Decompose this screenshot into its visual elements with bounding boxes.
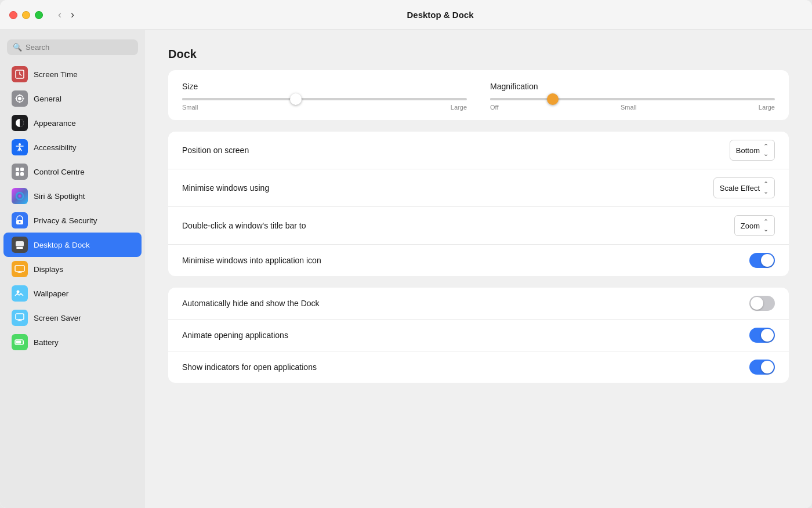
magnification-max-label: Large — [759, 104, 775, 111]
privacy-icon — [12, 212, 28, 228]
displays-label: Displays — [34, 265, 63, 274]
screen-saver-label: Screen Saver — [34, 314, 81, 322]
screen-saver-icon — [12, 310, 28, 326]
size-max-label: Large — [451, 104, 467, 111]
sidebar-item-control-centre[interactable]: Control Centre — [3, 159, 142, 184]
privacy-label: Privacy & Security — [34, 216, 97, 225]
minimise-windows-using-dropdown[interactable]: Scale Effect⌃⌄ — [713, 177, 775, 198]
svg-point-4 — [19, 143, 21, 146]
position-on-screen-dropdown[interactable]: Bottom⌃⌄ — [730, 140, 775, 161]
minimise-windows-using-label: Minimise windows using — [182, 183, 269, 193]
minimize-button[interactable] — [22, 11, 30, 19]
general-label: General — [34, 95, 61, 103]
search-input[interactable] — [26, 43, 132, 52]
minimise-into-icon-toggle-knob — [761, 254, 774, 267]
desktop-dock-label: Desktop & Dock — [34, 241, 90, 249]
wallpaper-icon — [12, 285, 28, 302]
control-centre-label: Control Centre — [34, 168, 85, 176]
sliders-card: Size Small Large — [168, 70, 789, 120]
accessibility-label: Accessibility — [34, 143, 77, 152]
sidebar-item-wallpaper[interactable]: Wallpaper — [3, 281, 142, 306]
general-icon — [12, 90, 28, 107]
battery-icon — [12, 334, 28, 350]
sidebar-item-battery[interactable]: Battery — [3, 330, 142, 354]
auto-hide-dock-toggle[interactable] — [749, 296, 775, 311]
setting-row-position-on-screen: Position on screenBottom⌃⌄ — [168, 132, 789, 169]
svg-rect-16 — [16, 314, 24, 320]
setting-row-animate-opening: Animate opening applications — [168, 319, 789, 351]
svg-rect-14 — [15, 266, 24, 271]
position-on-screen-value: Bottom — [736, 146, 760, 155]
minimise-windows-using-value: Scale Effect — [720, 184, 760, 193]
sidebar-items-container: Screen TimeGeneralAppearanceAccessibilit… — [0, 62, 145, 354]
siri-icon — [12, 188, 28, 204]
size-label: Size — [182, 82, 467, 91]
sidebar-item-screen-time[interactable]: Screen Time — [3, 62, 142, 86]
svg-rect-13 — [16, 247, 23, 249]
svg-point-11 — [19, 222, 21, 223]
size-slider-wrapper[interactable] — [182, 98, 467, 100]
svg-rect-18 — [16, 341, 21, 344]
control-centre-icon — [12, 164, 28, 180]
main-content: 🔍 Screen TimeGeneralAppearanceAccessibil… — [0, 30, 812, 508]
settings-card-1: Position on screenBottom⌃⌄Minimise windo… — [168, 132, 789, 276]
window-title: Desktop & Dock — [78, 10, 803, 20]
search-icon: 🔍 — [13, 43, 22, 52]
double-click-title-bar-dropdown[interactable]: Zoom⌃⌄ — [734, 215, 775, 236]
desktop-dock-icon — [12, 237, 28, 253]
size-slider-fill — [182, 98, 296, 100]
appearance-icon — [12, 115, 28, 131]
size-slider-track — [182, 98, 467, 100]
magnification-label: Magnification — [490, 82, 775, 91]
size-min-label: Small — [182, 104, 198, 111]
magnification-slider-group: Magnification Off Small Large — [490, 82, 775, 111]
sidebar-item-desktop-dock[interactable]: Desktop & Dock — [3, 233, 142, 257]
siri-label: Siri & Spotlight — [34, 192, 85, 201]
sidebar-item-displays[interactable]: Displays — [3, 257, 142, 281]
auto-hide-dock-toggle-knob — [751, 297, 763, 310]
magnification-slider-wrapper[interactable] — [490, 98, 775, 100]
chevron-icon: ⌃⌄ — [763, 180, 768, 195]
close-button[interactable] — [9, 11, 17, 19]
size-slider-thumb[interactable] — [290, 93, 302, 105]
sidebar-item-screen-saver[interactable]: Screen Saver — [3, 306, 142, 330]
slider-section: Size Small Large — [168, 70, 789, 120]
minimise-into-icon-toggle[interactable] — [749, 253, 775, 268]
settings-rows: Position on screenBottom⌃⌄Minimise windo… — [168, 132, 789, 276]
show-indicators-toggle[interactable] — [749, 360, 775, 375]
back-button[interactable]: ‹ — [55, 8, 65, 22]
sidebar-item-privacy[interactable]: Privacy & Security — [3, 208, 142, 233]
screen-time-label: Screen Time — [34, 70, 78, 79]
animate-opening-label: Animate opening applications — [182, 331, 288, 340]
sidebar-item-appearance[interactable]: Appearance — [3, 111, 142, 135]
setting-row-minimise-into-icon: Minimise windows into application icon — [168, 244, 789, 276]
animate-opening-toggle[interactable] — [749, 328, 775, 343]
svg-rect-6 — [20, 168, 24, 171]
sidebar-item-accessibility[interactable]: Accessibility — [3, 135, 142, 159]
appearance-label: Appearance — [34, 119, 76, 128]
size-range-labels: Small Large — [182, 104, 467, 111]
title-bar: ‹ › Desktop & Dock — [0, 0, 812, 30]
sidebar-item-general[interactable]: General — [3, 86, 142, 111]
size-slider-group: Size Small Large — [182, 82, 467, 111]
maximize-button[interactable] — [35, 11, 43, 19]
traffic-lights — [9, 11, 43, 19]
svg-rect-8 — [20, 172, 24, 176]
minimise-into-icon-label: Minimise windows into application icon — [182, 256, 321, 265]
sidebar-item-siri[interactable]: Siri & Spotlight — [3, 184, 142, 208]
magnification-slider-fill — [490, 98, 553, 100]
magnification-slider-thumb[interactable] — [547, 93, 559, 105]
magnification-slider-track — [490, 98, 775, 100]
search-box[interactable]: 🔍 — [7, 39, 138, 55]
magnification-small-label: Small — [621, 104, 637, 111]
chevron-icon: ⌃⌄ — [763, 143, 768, 158]
search-container: 🔍 — [0, 35, 145, 62]
forward-button[interactable]: › — [67, 8, 78, 22]
section-title: Dock — [168, 48, 789, 61]
svg-rect-12 — [16, 241, 24, 246]
screen-time-icon — [12, 66, 28, 82]
position-on-screen-label: Position on screen — [182, 146, 249, 155]
main-window: ‹ › Desktop & Dock 🔍 Screen TimeGeneralA… — [0, 0, 812, 508]
show-indicators-toggle-knob — [761, 361, 774, 373]
svg-point-15 — [17, 291, 20, 293]
